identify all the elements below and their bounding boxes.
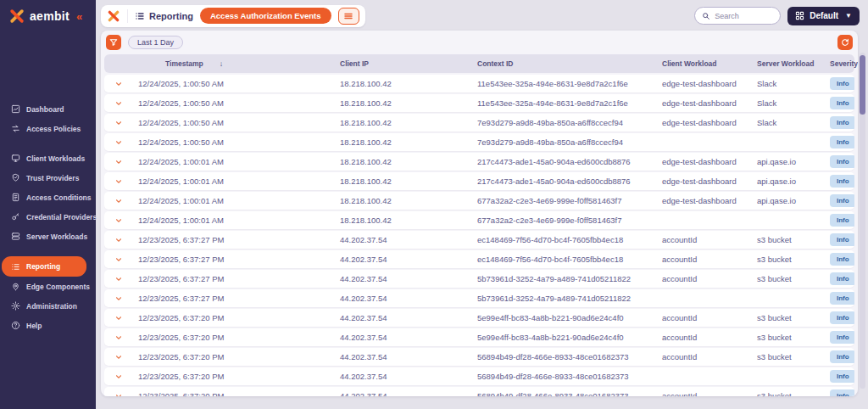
row-expand-toggle[interactable] <box>104 99 138 108</box>
search-input[interactable] <box>715 12 776 20</box>
sidebar-item-credential-providers[interactable]: Credential Providers <box>0 207 96 227</box>
column-client-workload[interactable]: Client Workload <box>648 59 743 68</box>
row-expand-toggle[interactable] <box>104 177 138 186</box>
timestamp-cell: 12/23/2025, 6:37:20 PM <box>138 313 326 322</box>
timestamp-cell: 12/23/2025, 6:37:20 PM <box>138 352 326 361</box>
table-row[interactable]: 12/24/2025, 1:00:50 AM 18.218.100.42 7e9… <box>104 133 854 151</box>
severity-badge: Info <box>830 253 854 266</box>
table-row[interactable]: 12/23/2025, 6:37:20 PM 44.202.37.54 5689… <box>104 348 854 366</box>
menu-button[interactable] <box>338 8 359 25</box>
scrollbar-thumb[interactable] <box>860 55 865 115</box>
context-id-cell: 7e93d279-a9d8-49ba-850a-a6ff8ccecf94 <box>464 137 648 147</box>
chevron-down-icon <box>114 392 123 397</box>
row-expand-toggle[interactable] <box>104 255 138 264</box>
table-row[interactable]: 12/23/2025, 6:37:20 PM 44.202.37.54 5e99… <box>104 328 854 346</box>
dashboard-icon <box>11 104 20 114</box>
topbar: Reporting Access Authorization Events <box>96 0 868 28</box>
main-area: Reporting Access Authorization Events <box>96 0 868 409</box>
client-ip-cell: 44.202.37.54 <box>326 235 464 244</box>
timestamp-cell: 12/24/2025, 1:00:50 AM <box>138 79 326 88</box>
row-expand-toggle[interactable] <box>104 236 138 244</box>
row-expand-toggle[interactable] <box>104 314 138 322</box>
sidebar-item-client-workloads[interactable]: Client Workloads <box>0 148 96 168</box>
row-expand-toggle[interactable] <box>104 138 138 147</box>
sort-desc-icon[interactable]: ↓ <box>206 59 224 68</box>
table-row[interactable]: 12/23/2025, 6:37:27 PM 44.202.37.54 ec14… <box>104 231 854 249</box>
table-row[interactable]: 12/23/2025, 6:37:20 PM 44.202.37.54 5689… <box>104 367 854 385</box>
column-client-ip[interactable]: Client IP <box>326 59 464 68</box>
client-workload-cell: edge-test-dashboard <box>648 98 743 108</box>
row-expand-toggle[interactable] <box>104 392 138 397</box>
client-ip-cell: 18.218.100.42 <box>326 157 464 166</box>
timestamp-cell: 12/23/2025, 6:37:27 PM <box>138 274 326 283</box>
nav-group-gap <box>0 246 96 256</box>
client-ip-cell: 44.202.37.54 <box>326 333 464 342</box>
filter-bar: Last 1 Day <box>104 31 854 54</box>
row-expand-toggle[interactable] <box>104 216 138 225</box>
table-row[interactable]: 12/24/2025, 1:00:01 AM 18.218.100.42 677… <box>104 211 854 229</box>
sidebar-item-server-workloads[interactable]: Server Workloads <box>0 227 96 246</box>
severity-badge: Info <box>830 194 854 207</box>
timestamp-cell: 12/24/2025, 1:00:01 AM <box>138 176 326 186</box>
context-id-cell: ec148469-7f56-4d70-bc4f-7605fbb4ec18 <box>464 235 648 244</box>
refresh-button[interactable] <box>837 35 853 50</box>
sidebar-item-access-conditions[interactable]: Access Conditions <box>0 188 96 207</box>
sidebar-item-reporting[interactable]: Reporting <box>2 256 86 277</box>
sidebar-item-administration[interactable]: Administration <box>0 296 96 316</box>
row-expand-toggle[interactable] <box>104 158 138 166</box>
table-row[interactable]: 12/24/2025, 1:00:50 AM 18.218.100.42 11e… <box>104 94 854 112</box>
workspace-label: Default <box>810 11 838 20</box>
chevron-down-icon <box>114 158 123 166</box>
chevron-down-icon <box>114 177 123 186</box>
table-row[interactable]: 12/24/2025, 1:00:01 AM 18.218.100.42 677… <box>104 192 854 210</box>
table-body: 12/24/2025, 1:00:50 AM 18.218.100.42 11e… <box>104 75 854 396</box>
access-authorization-events-button[interactable]: Access Authorization Events <box>200 8 331 24</box>
column-timestamp[interactable]: Timestamp↓ <box>138 59 326 68</box>
sidebar-item-access-policies[interactable]: Access Policies <box>0 119 96 138</box>
row-expand-toggle[interactable] <box>104 80 138 88</box>
column-context-id[interactable]: Context ID <box>464 59 648 68</box>
row-expand-toggle[interactable] <box>104 275 138 283</box>
sidebar-item-edge-components[interactable]: Edge Components <box>0 277 96 296</box>
table-row[interactable]: 12/24/2025, 1:00:01 AM 18.218.100.42 217… <box>104 153 854 171</box>
search-box[interactable] <box>694 7 781 25</box>
context-id-cell: 677a32a2-c2e3-4e69-999e-f0ff581463f7 <box>464 216 648 225</box>
time-range-chip[interactable]: Last 1 Day <box>128 36 183 49</box>
row-expand-toggle[interactable] <box>104 373 138 381</box>
severity-cell: Info <box>816 116 854 129</box>
column-severity[interactable]: Severity <box>816 59 858 68</box>
severity-cell: Info <box>816 194 854 207</box>
client-ip-cell: 44.202.37.54 <box>326 313 464 322</box>
client-workload-cell: accountId <box>648 313 743 322</box>
severity-badge: Info <box>830 136 854 148</box>
server-workload-cell: s3 bucket <box>743 313 816 322</box>
column-server-workload[interactable]: Server Workload <box>743 59 816 68</box>
workspace-selector-button[interactable]: Default ▼ <box>787 7 860 25</box>
sidebar-item-trust-providers[interactable]: Trust Providers <box>0 168 96 188</box>
table-row[interactable]: 12/23/2025, 6:37:20 PM 44.202.37.54 5689… <box>104 387 854 396</box>
table-row[interactable]: 12/23/2025, 6:37:27 PM 44.202.37.54 5b73… <box>104 289 854 307</box>
table-row[interactable]: 12/24/2025, 1:00:01 AM 18.218.100.42 217… <box>104 172 854 190</box>
table-header: Timestamp↓ Client IP Context ID Client W… <box>104 54 854 73</box>
sidebar-item-help[interactable]: Help <box>0 316 96 335</box>
row-expand-toggle[interactable] <box>104 197 138 205</box>
table-row[interactable]: 12/23/2025, 6:37:20 PM 44.202.37.54 5e99… <box>104 309 854 327</box>
row-expand-toggle[interactable] <box>104 294 138 303</box>
table-row[interactable]: 12/23/2025, 6:37:27 PM 44.202.37.54 ec14… <box>104 250 854 268</box>
severity-badge: Info <box>830 155 854 168</box>
row-expand-toggle[interactable] <box>104 119 138 127</box>
sidebar-collapse-icon[interactable]: « <box>76 10 82 23</box>
table-row[interactable]: 12/24/2025, 1:00:50 AM 18.218.100.42 11e… <box>104 75 854 92</box>
context-id-cell: 217c4473-ade1-45a0-904a-ed600cdb8876 <box>464 176 648 186</box>
row-expand-toggle[interactable] <box>104 353 138 361</box>
severity-badge: Info <box>830 370 854 383</box>
chevron-down-icon <box>114 333 123 342</box>
severity-badge: Info <box>830 214 854 227</box>
table-row[interactable]: 12/24/2025, 1:00:50 AM 18.218.100.42 7e9… <box>104 114 854 132</box>
row-expand-toggle[interactable] <box>104 333 138 342</box>
table-row[interactable]: 12/23/2025, 6:37:27 PM 44.202.37.54 5b73… <box>104 270 854 288</box>
filter-button[interactable] <box>106 35 121 50</box>
sidebar-item-dashboard[interactable]: Dashboard <box>0 99 96 119</box>
timestamp-cell: 12/24/2025, 1:00:01 AM <box>138 216 326 225</box>
vertical-scrollbar[interactable] <box>860 53 865 389</box>
